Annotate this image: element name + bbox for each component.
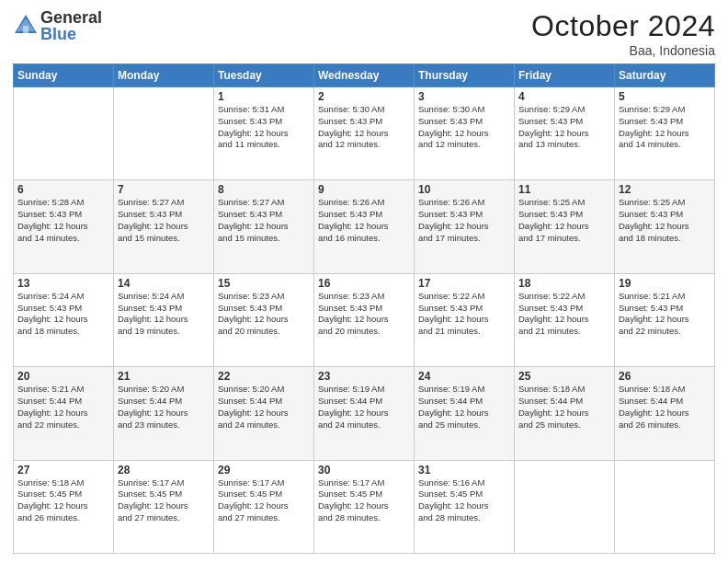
col-monday: Monday [114, 64, 214, 87]
title-block: October 2024 Baa, Indonesia [531, 9, 715, 58]
day-number-20: 20 [17, 370, 109, 383]
day-number-24: 24 [418, 370, 510, 383]
day-cell-3-4: 16Sunrise: 5:23 AM Sunset: 5:43 PM Dayli… [314, 273, 415, 366]
day-info-6: Sunrise: 5:28 AM Sunset: 5:43 PM Dayligh… [17, 197, 109, 244]
logo-general-text: General [40, 9, 102, 26]
day-info-28: Sunrise: 5:17 AM Sunset: 5:45 PM Dayligh… [118, 477, 210, 524]
col-thursday: Thursday [415, 64, 515, 87]
week-row-5: 27Sunrise: 5:18 AM Sunset: 5:45 PM Dayli… [14, 460, 715, 553]
logo-blue-text: Blue [40, 26, 102, 42]
logo-text: General Blue [40, 9, 102, 42]
col-saturday: Saturday [615, 64, 715, 87]
day-info-17: Sunrise: 5:22 AM Sunset: 5:43 PM Dayligh… [418, 291, 510, 338]
col-wednesday: Wednesday [314, 64, 415, 87]
day-number-17: 17 [418, 277, 510, 290]
day-info-8: Sunrise: 5:27 AM Sunset: 5:43 PM Dayligh… [218, 197, 310, 244]
day-number-19: 19 [619, 277, 711, 290]
day-cell-1-4: 2Sunrise: 5:30 AM Sunset: 5:43 PM Daylig… [314, 87, 415, 180]
col-tuesday: Tuesday [214, 64, 314, 87]
day-info-21: Sunrise: 5:20 AM Sunset: 5:44 PM Dayligh… [118, 384, 210, 431]
day-info-19: Sunrise: 5:21 AM Sunset: 5:43 PM Dayligh… [619, 291, 711, 338]
day-number-22: 22 [218, 370, 310, 383]
day-number-23: 23 [318, 370, 410, 383]
day-number-10: 10 [418, 183, 510, 196]
day-cell-4-7: 26Sunrise: 5:18 AM Sunset: 5:44 PM Dayli… [615, 367, 715, 460]
svg-rect-2 [23, 26, 28, 33]
day-number-9: 9 [318, 183, 410, 196]
day-info-25: Sunrise: 5:18 AM Sunset: 5:44 PM Dayligh… [518, 384, 610, 431]
day-number-1: 1 [218, 90, 310, 103]
day-cell-2-6: 11Sunrise: 5:25 AM Sunset: 5:43 PM Dayli… [515, 180, 615, 273]
day-number-5: 5 [619, 90, 711, 103]
day-number-30: 30 [318, 464, 410, 477]
day-cell-3-5: 17Sunrise: 5:22 AM Sunset: 5:43 PM Dayli… [415, 273, 515, 366]
day-number-7: 7 [118, 183, 210, 196]
day-cell-2-4: 9Sunrise: 5:26 AM Sunset: 5:43 PM Daylig… [314, 180, 415, 273]
day-info-7: Sunrise: 5:27 AM Sunset: 5:43 PM Dayligh… [118, 197, 210, 244]
day-cell-1-1 [14, 87, 114, 180]
page: General Blue October 2024 Baa, Indonesia… [0, 0, 728, 563]
day-cell-4-5: 24Sunrise: 5:19 AM Sunset: 5:44 PM Dayli… [415, 367, 515, 460]
day-number-31: 31 [418, 464, 510, 477]
day-info-11: Sunrise: 5:25 AM Sunset: 5:43 PM Dayligh… [518, 197, 610, 244]
day-number-6: 6 [17, 183, 109, 196]
day-number-13: 13 [17, 277, 109, 290]
day-number-27: 27 [17, 464, 109, 477]
day-number-3: 3 [418, 90, 510, 103]
day-info-10: Sunrise: 5:26 AM Sunset: 5:43 PM Dayligh… [418, 197, 510, 244]
day-info-18: Sunrise: 5:22 AM Sunset: 5:43 PM Dayligh… [518, 291, 610, 338]
day-cell-4-1: 20Sunrise: 5:21 AM Sunset: 5:44 PM Dayli… [14, 367, 114, 460]
day-number-11: 11 [518, 183, 610, 196]
day-info-27: Sunrise: 5:18 AM Sunset: 5:45 PM Dayligh… [17, 477, 109, 524]
day-info-31: Sunrise: 5:16 AM Sunset: 5:45 PM Dayligh… [418, 477, 510, 524]
col-sunday: Sunday [14, 64, 114, 87]
day-cell-4-6: 25Sunrise: 5:18 AM Sunset: 5:44 PM Dayli… [515, 367, 615, 460]
day-info-29: Sunrise: 5:17 AM Sunset: 5:45 PM Dayligh… [218, 477, 310, 524]
day-cell-3-2: 14Sunrise: 5:24 AM Sunset: 5:43 PM Dayli… [114, 273, 214, 366]
day-cell-5-6 [515, 460, 615, 553]
day-info-16: Sunrise: 5:23 AM Sunset: 5:43 PM Dayligh… [318, 291, 410, 338]
month-title: October 2024 [531, 9, 715, 43]
day-info-30: Sunrise: 5:17 AM Sunset: 5:45 PM Dayligh… [318, 477, 410, 524]
logo: General Blue [13, 9, 102, 42]
day-info-2: Sunrise: 5:30 AM Sunset: 5:43 PM Dayligh… [318, 104, 410, 151]
day-number-26: 26 [619, 370, 711, 383]
day-cell-2-7: 12Sunrise: 5:25 AM Sunset: 5:43 PM Dayli… [615, 180, 715, 273]
day-cell-4-3: 22Sunrise: 5:20 AM Sunset: 5:44 PM Dayli… [214, 367, 314, 460]
week-row-1: 1Sunrise: 5:31 AM Sunset: 5:43 PM Daylig… [14, 87, 715, 180]
day-info-9: Sunrise: 5:26 AM Sunset: 5:43 PM Dayligh… [318, 197, 410, 244]
day-cell-3-3: 15Sunrise: 5:23 AM Sunset: 5:43 PM Dayli… [214, 273, 314, 366]
day-info-23: Sunrise: 5:19 AM Sunset: 5:44 PM Dayligh… [318, 384, 410, 431]
day-cell-1-6: 4Sunrise: 5:29 AM Sunset: 5:43 PM Daylig… [515, 87, 615, 180]
week-row-4: 20Sunrise: 5:21 AM Sunset: 5:44 PM Dayli… [14, 367, 715, 460]
calendar-header-row: Sunday Monday Tuesday Wednesday Thursday… [14, 64, 715, 87]
week-row-3: 13Sunrise: 5:24 AM Sunset: 5:43 PM Dayli… [14, 273, 715, 366]
day-number-29: 29 [218, 464, 310, 477]
day-number-21: 21 [118, 370, 210, 383]
day-cell-2-5: 10Sunrise: 5:26 AM Sunset: 5:43 PM Dayli… [415, 180, 515, 273]
day-info-22: Sunrise: 5:20 AM Sunset: 5:44 PM Dayligh… [218, 384, 310, 431]
location: Baa, Indonesia [531, 43, 715, 58]
day-cell-3-6: 18Sunrise: 5:22 AM Sunset: 5:43 PM Dayli… [515, 273, 615, 366]
day-cell-1-2 [114, 87, 214, 180]
day-number-28: 28 [118, 464, 210, 477]
day-info-1: Sunrise: 5:31 AM Sunset: 5:43 PM Dayligh… [218, 104, 310, 151]
day-cell-4-2: 21Sunrise: 5:20 AM Sunset: 5:44 PM Dayli… [114, 367, 214, 460]
day-info-3: Sunrise: 5:30 AM Sunset: 5:43 PM Dayligh… [418, 104, 510, 151]
day-info-15: Sunrise: 5:23 AM Sunset: 5:43 PM Dayligh… [218, 291, 310, 338]
day-info-20: Sunrise: 5:21 AM Sunset: 5:44 PM Dayligh… [17, 384, 109, 431]
day-cell-2-2: 7Sunrise: 5:27 AM Sunset: 5:43 PM Daylig… [114, 180, 214, 273]
calendar-table: Sunday Monday Tuesday Wednesday Thursday… [13, 63, 715, 554]
week-row-2: 6Sunrise: 5:28 AM Sunset: 5:43 PM Daylig… [14, 180, 715, 273]
day-info-13: Sunrise: 5:24 AM Sunset: 5:43 PM Dayligh… [17, 291, 109, 338]
day-cell-3-1: 13Sunrise: 5:24 AM Sunset: 5:43 PM Dayli… [14, 273, 114, 366]
day-number-8: 8 [218, 183, 310, 196]
day-number-12: 12 [619, 183, 711, 196]
day-cell-5-2: 28Sunrise: 5:17 AM Sunset: 5:45 PM Dayli… [114, 460, 214, 553]
day-number-25: 25 [518, 370, 610, 383]
day-number-14: 14 [118, 277, 210, 290]
day-info-26: Sunrise: 5:18 AM Sunset: 5:44 PM Dayligh… [619, 384, 711, 431]
day-info-24: Sunrise: 5:19 AM Sunset: 5:44 PM Dayligh… [418, 384, 510, 431]
day-info-12: Sunrise: 5:25 AM Sunset: 5:43 PM Dayligh… [619, 197, 711, 244]
day-cell-2-3: 8Sunrise: 5:27 AM Sunset: 5:43 PM Daylig… [214, 180, 314, 273]
